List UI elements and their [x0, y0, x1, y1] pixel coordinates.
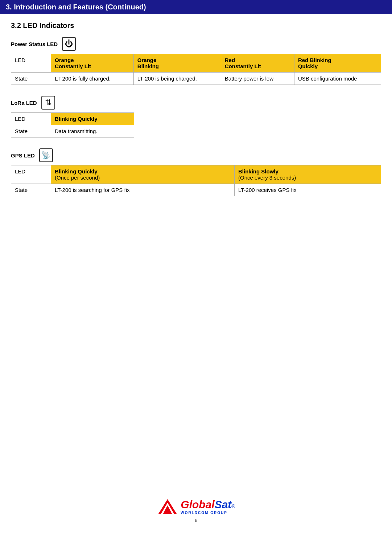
power-led-state-row: State LT-200 is fully charged. LT-200 is…: [11, 73, 381, 85]
gps-led-col-blink-quickly: Blinking Quickly(Once per second): [51, 165, 235, 184]
gps-led-col-blink-slowly: Blinking Slowly(Once every 3 seconds): [235, 165, 381, 184]
lora-led-state-blink: Data transmitting.: [51, 125, 134, 137]
logo-worldcom: WORLDCOM GROUP: [181, 511, 235, 515]
page-content: 3.2 LED Indicators Power Status LED ⏻ LE…: [0, 14, 392, 214]
section-title: 3.2 LED Indicators: [11, 21, 381, 30]
power-led-state-red-lit: Battery power is low: [221, 73, 294, 85]
power-status-icon: ⏻: [62, 37, 76, 51]
gps-led-table: LED Blinking Quickly(Once per second) Bl…: [11, 165, 381, 196]
gps-led-state-label: State: [11, 184, 51, 196]
power-led-col-orange-blink: OrangeBlinking: [133, 54, 221, 73]
lora-led-col-blink-quickly: Blinking Quickly: [51, 113, 134, 125]
lora-led-label-row: LoRa LED ⇅: [11, 96, 381, 110]
power-led-section: Power Status LED ⏻ LED OrangeConstantly …: [11, 37, 381, 85]
power-led-col-orange-lit: OrangeConstantly Lit: [51, 54, 134, 73]
page-footer: GlobalSat® WORLDCOM GROUP 6: [0, 497, 392, 523]
power-led-state-orange-lit: LT-200 is fully charged.: [51, 73, 134, 85]
page-number: 6: [195, 518, 197, 523]
lora-led-header-row: LED Blinking Quickly: [11, 113, 134, 125]
logo-brand-name: GlobalSat®: [181, 498, 235, 511]
page-header-title: 3. Introduction and Features (Continued): [6, 3, 146, 11]
globalsat-logo-icon: [157, 497, 178, 515]
logo-sat: Sat: [215, 498, 232, 511]
lora-led-table: LED Blinking Quickly State Data transmit…: [11, 112, 134, 137]
power-led-state-red-blink: USB configuration mode: [294, 73, 381, 85]
gps-led-state-searching: LT-200 is searching for GPS fix: [51, 184, 235, 196]
lora-led-section: LoRa LED ⇅ LED Blinking Quickly State Da…: [11, 96, 381, 137]
logo-reg: ®: [231, 504, 235, 509]
footer-logo: GlobalSat® WORLDCOM GROUP: [157, 497, 235, 515]
gps-led-label: GPS LED: [11, 152, 35, 159]
gps-led-state-row: State LT-200 is searching for GPS fix LT…: [11, 184, 381, 196]
logo-text-block: GlobalSat® WORLDCOM GROUP: [181, 498, 235, 515]
power-led-state-label: State: [11, 73, 51, 85]
gps-led-state-received: LT-200 receives GPS fix: [235, 184, 381, 196]
lora-led-icon: ⇅: [41, 96, 55, 110]
power-led-label-row: Power Status LED ⏻: [11, 37, 381, 51]
power-led-state-orange-blink: LT-200 is being charged.: [133, 73, 221, 85]
power-led-col-red-blink: Red BlinkingQuickly: [294, 54, 381, 73]
lora-led-label: LoRa LED: [11, 100, 37, 106]
lora-led-state-row: State Data transmitting.: [11, 125, 134, 137]
power-led-col-led: LED: [11, 54, 51, 73]
gps-led-label-row: GPS LED 📡: [11, 148, 381, 162]
gps-led-icon: 📡: [39, 148, 53, 162]
lora-led-col-led: LED: [11, 113, 51, 125]
logo-global: Global: [181, 498, 214, 511]
power-led-table: LED OrangeConstantly Lit OrangeBlinking …: [11, 54, 381, 85]
power-led-col-red-lit: RedConstantly Lit: [221, 54, 294, 73]
gps-led-section: GPS LED 📡 LED Blinking Quickly(Once per …: [11, 148, 381, 196]
power-led-header-row: LED OrangeConstantly Lit OrangeBlinking …: [11, 54, 381, 73]
page-header: 3. Introduction and Features (Continued): [0, 0, 392, 14]
power-led-label: Power Status LED: [11, 41, 58, 47]
gps-led-header-row: LED Blinking Quickly(Once per second) Bl…: [11, 165, 381, 184]
gps-led-col-led: LED: [11, 165, 51, 184]
lora-led-state-label: State: [11, 125, 51, 137]
